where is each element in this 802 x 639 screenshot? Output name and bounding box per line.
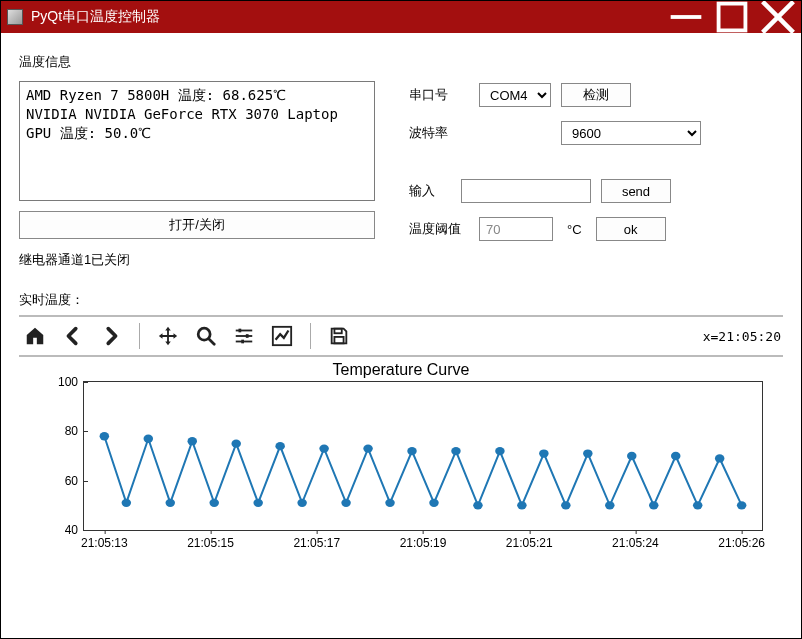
chart-plot[interactable]: 40608010021:05:1321:05:1521:05:1721:05:1… <box>83 381 763 531</box>
svg-point-23 <box>275 442 284 450</box>
send-button[interactable]: send <box>601 179 671 203</box>
svg-point-22 <box>253 499 262 507</box>
cursor-coord: x=21:05:20 <box>703 329 781 344</box>
detect-button[interactable]: 检测 <box>561 83 631 107</box>
baud-rate-select[interactable]: 9600 <box>561 121 701 145</box>
send-label: send <box>622 184 650 199</box>
svg-point-16 <box>122 499 131 507</box>
svg-point-28 <box>385 499 394 507</box>
svg-point-26 <box>341 499 350 507</box>
zoom-icon[interactable] <box>194 324 218 348</box>
back-icon[interactable] <box>61 324 85 348</box>
svg-rect-1 <box>719 4 746 31</box>
threshold-label: 温度阈值 <box>409 220 469 238</box>
svg-point-39 <box>627 452 636 460</box>
svg-line-5 <box>209 339 215 345</box>
svg-rect-14 <box>334 337 343 343</box>
svg-point-31 <box>451 447 460 455</box>
svg-point-33 <box>495 447 504 455</box>
svg-point-40 <box>649 501 658 509</box>
ok-button[interactable]: ok <box>596 217 666 241</box>
chart-area: Temperature Curve Temperature (°C) 40608… <box>19 361 783 531</box>
svg-point-38 <box>605 501 614 509</box>
svg-rect-7 <box>239 329 242 333</box>
window-title: PyQt串口温度控制器 <box>31 8 160 26</box>
svg-point-21 <box>231 440 240 448</box>
save-icon[interactable] <box>327 324 351 348</box>
plot-toolbar: x=21:05:20 <box>19 315 783 357</box>
chart-title: Temperature Curve <box>19 361 783 379</box>
title-bar: PyQt串口温度控制器 <box>1 1 801 33</box>
svg-rect-13 <box>334 329 341 334</box>
serial-port-select[interactable]: COM4 <box>479 83 551 107</box>
svg-point-25 <box>319 444 328 452</box>
input-label: 输入 <box>409 182 451 200</box>
svg-point-15 <box>100 432 109 440</box>
svg-point-30 <box>429 499 438 507</box>
maximize-button[interactable] <box>709 1 755 33</box>
open-close-button[interactable]: 打开/关闭 <box>19 211 375 239</box>
configure-icon[interactable] <box>232 324 256 348</box>
relay-status: 继电器通道1已关闭 <box>19 251 379 269</box>
app-icon <box>7 9 23 25</box>
pan-icon[interactable] <box>156 324 180 348</box>
forward-icon[interactable] <box>99 324 123 348</box>
svg-point-37 <box>583 449 592 457</box>
svg-point-24 <box>297 499 306 507</box>
svg-point-41 <box>671 452 680 460</box>
chart-line-icon[interactable] <box>270 324 294 348</box>
baud-rate-label: 波特率 <box>409 124 469 142</box>
temp-info-box[interactable]: AMD Ryzen 7 5800H 温度: 68.625℃ NVIDIA NVI… <box>19 81 375 201</box>
close-button[interactable] <box>755 1 801 33</box>
svg-point-42 <box>693 501 702 509</box>
temp-info-label: 温度信息 <box>19 53 783 71</box>
open-close-label: 打开/关闭 <box>169 216 225 234</box>
serial-port-label: 串口号 <box>409 86 469 104</box>
svg-point-27 <box>363 444 372 452</box>
svg-rect-11 <box>241 340 244 344</box>
threshold-input[interactable] <box>479 217 553 241</box>
svg-point-32 <box>473 501 482 509</box>
svg-point-29 <box>407 447 416 455</box>
home-icon[interactable] <box>23 324 47 348</box>
svg-point-43 <box>715 454 724 462</box>
svg-point-19 <box>188 437 197 445</box>
svg-point-44 <box>737 501 746 509</box>
svg-rect-9 <box>246 334 249 338</box>
minimize-button[interactable] <box>663 1 709 33</box>
send-input[interactable] <box>461 179 591 203</box>
svg-point-20 <box>209 499 218 507</box>
svg-point-36 <box>561 501 570 509</box>
detect-label: 检测 <box>583 86 609 104</box>
svg-point-34 <box>517 501 526 509</box>
realtime-temp-label: 实时温度： <box>19 291 783 309</box>
ok-label: ok <box>624 222 638 237</box>
degc-label: °C <box>567 222 582 237</box>
svg-point-18 <box>166 499 175 507</box>
svg-point-35 <box>539 449 548 457</box>
svg-point-17 <box>144 435 153 443</box>
